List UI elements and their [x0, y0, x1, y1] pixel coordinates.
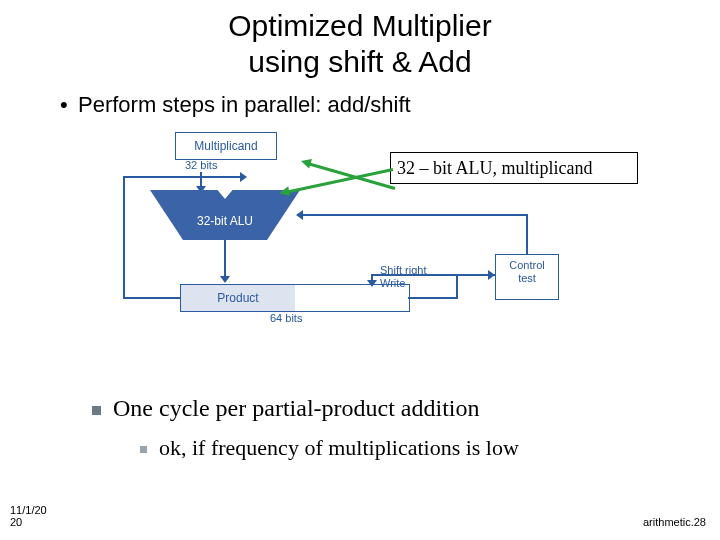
- multiplicand-bits: 32 bits: [185, 159, 217, 171]
- line-ctrl-up-h: [302, 214, 528, 216]
- footer-right: arithmetic.28: [643, 516, 706, 528]
- footer-date-line2: 20: [10, 516, 22, 528]
- arrowhead-ctrl-to-prod: [367, 280, 377, 287]
- line-alu-to-product: [224, 240, 226, 280]
- arrowhead-ctrl-to-alu: [296, 210, 303, 220]
- footer-date-line1: 11/1/20: [10, 504, 47, 516]
- footer-page: 28: [694, 516, 706, 528]
- callout-box: 32 – bit ALU, multiplicand: [390, 152, 638, 184]
- product-bits: 64 bits: [270, 312, 302, 324]
- line-ctrl-up-v: [526, 214, 528, 254]
- bullet-sub2-text: ok, if frequency of multiplications is l…: [159, 435, 519, 460]
- title-line2: using shift & Add: [248, 45, 471, 78]
- footer-right-text: arithmetic.: [643, 516, 694, 528]
- slide: { "title_line1": "Optimized Multiplier",…: [0, 0, 720, 540]
- bullet-sub2: ok, if frequency of multiplications is l…: [140, 435, 519, 461]
- bullet-main-text: Perform steps in parallel: add/shift: [78, 92, 411, 117]
- multiplier-diagram: Multiplicand 32 bits 32-bit ALU Product …: [90, 132, 670, 362]
- alu-label: 32-bit ALU: [150, 190, 300, 240]
- bullet-sub1: One cycle per partial-product addition: [92, 395, 480, 422]
- bullet-main: •Perform steps in parallel: add/shift: [60, 92, 720, 118]
- arrowhead-alu-to-product: [220, 276, 230, 283]
- bullet-square-icon: [140, 446, 147, 453]
- arrowhead-feedback: [240, 172, 247, 182]
- multiplicand-box: Multiplicand: [175, 132, 277, 160]
- product-label: Product: [181, 285, 295, 311]
- shift-right-label: Shift right: [380, 264, 426, 276]
- line-lsb-v: [456, 274, 458, 299]
- bullet-square-icon: [92, 406, 101, 415]
- control-test-box: Control test: [495, 254, 559, 300]
- slide-title: Optimized Multiplier using shift & Add: [0, 0, 720, 80]
- signal-labels: Shift right Write: [380, 264, 426, 289]
- line-feedback-v: [123, 176, 125, 299]
- alu-block: 32-bit ALU: [150, 190, 300, 240]
- product-box: Product: [180, 284, 410, 312]
- line-lsb-h: [408, 297, 458, 299]
- line-feedback-h2: [123, 176, 244, 178]
- footer-date: 11/1/20 20: [10, 504, 47, 528]
- line-feedback-h1: [123, 297, 180, 299]
- control-line1: Control: [509, 259, 544, 271]
- bullet-sub1-text: One cycle per partial-product addition: [113, 395, 480, 421]
- write-label: Write: [380, 277, 405, 289]
- title-line1: Optimized Multiplier: [228, 9, 491, 42]
- control-line2: test: [518, 272, 536, 284]
- bullet-dot: •: [60, 92, 78, 118]
